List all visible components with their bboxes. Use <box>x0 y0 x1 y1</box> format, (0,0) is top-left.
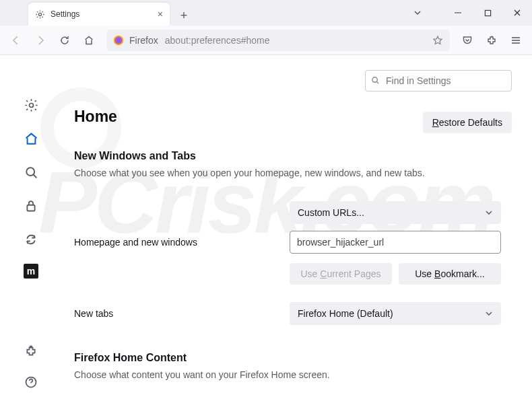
url-bar[interactable]: Firefox about:preferences#home <box>106 30 450 51</box>
sidebar-sync[interactable] <box>22 230 40 249</box>
svg-line-17 <box>376 81 378 83</box>
tab-title: Settings <box>51 9 79 19</box>
pocket-button[interactable] <box>457 30 478 51</box>
maximize-button[interactable] <box>473 2 502 24</box>
settings-main: Home RRestore Defaultsestore Defaults Ne… <box>62 55 532 405</box>
sidebar-help[interactable] <box>22 373 40 392</box>
home-button[interactable] <box>78 30 100 51</box>
sidebar-extensions[interactable] <box>22 342 40 361</box>
sidebar-home[interactable] <box>22 129 40 148</box>
section-windows-tabs-heading: New Windows and Tabs <box>74 150 512 162</box>
newtabs-select[interactable]: Firefox Home (Default) <box>290 302 501 325</box>
close-window-button[interactable] <box>502 2 532 24</box>
svg-point-16 <box>372 77 378 83</box>
back-button[interactable] <box>5 30 27 51</box>
svg-rect-2 <box>485 10 490 15</box>
use-bookmark-button[interactable]: Use Bookmark... <box>399 263 501 285</box>
homepage-mode-value: Custom URLs... <box>298 207 364 218</box>
browser-tab[interactable]: Settings × <box>28 3 170 26</box>
gear-icon <box>35 9 45 20</box>
app-menu-button[interactable] <box>505 30 527 51</box>
bookmark-star-icon[interactable] <box>432 35 443 46</box>
homepage-mode-select[interactable]: Custom URLs... <box>290 201 501 224</box>
chevron-down-icon <box>485 209 493 217</box>
url-identity: Firefox <box>129 35 158 46</box>
minimize-button[interactable] <box>443 2 473 24</box>
use-current-pages-button[interactable]: Use Current Pages <box>290 263 392 285</box>
settings-sidebar: m <box>0 55 62 405</box>
svg-point-0 <box>38 13 41 15</box>
toolbar: Firefox about:preferences#home <box>0 26 532 55</box>
homepage-label: Homepage and new windows <box>74 237 290 248</box>
tab-dropdown-button[interactable] <box>405 2 430 24</box>
newtabs-label: New tabs <box>74 308 290 319</box>
section-windows-tabs-desc: Choose what you see when you open your h… <box>74 168 512 178</box>
forward-button[interactable] <box>30 30 51 51</box>
section-home-content-desc: Choose what content you want on your Fir… <box>74 369 512 380</box>
firefox-logo-icon <box>113 35 124 46</box>
close-tab-button[interactable]: × <box>158 9 163 20</box>
svg-rect-13 <box>27 205 34 211</box>
find-settings-wrapper <box>365 70 512 91</box>
url-text: about:preferences#home <box>165 35 270 46</box>
reload-button[interactable] <box>54 30 75 51</box>
homepage-url-input[interactable] <box>290 231 501 254</box>
svg-line-12 <box>33 174 36 178</box>
sidebar-more[interactable]: m <box>24 264 38 279</box>
chevron-down-icon <box>485 309 493 318</box>
section-home-content-heading: Firefox Home Content <box>74 352 512 364</box>
find-settings-input[interactable] <box>365 70 512 91</box>
tab-bar: Settings × + <box>0 0 532 26</box>
newtabs-value: Firefox Home (Default) <box>298 308 393 319</box>
search-icon <box>370 75 380 85</box>
extensions-button[interactable] <box>481 30 502 51</box>
restore-defaults-button[interactable]: RRestore Defaultsestore Defaults <box>423 112 512 133</box>
svg-point-11 <box>26 168 34 176</box>
sidebar-general[interactable] <box>22 96 40 114</box>
svg-point-10 <box>29 103 33 107</box>
sidebar-search[interactable] <box>22 163 40 182</box>
new-tab-button[interactable]: + <box>174 5 194 26</box>
sidebar-privacy[interactable] <box>22 196 40 215</box>
